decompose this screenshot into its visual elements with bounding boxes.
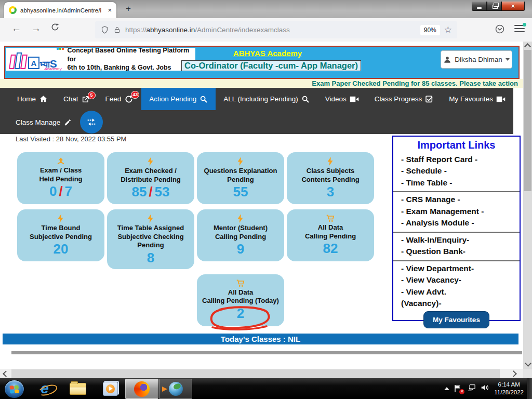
back-button[interactable]: ← [11,23,21,34]
alert-banner: Exam Paper Checked Pending for 85 classe… [0,79,523,88]
url-text[interactable]: https://abhyasonline.in/AdminCentre/inde… [125,26,290,34]
minimize-button[interactable] [472,2,487,11]
file-explorer-icon[interactable] [68,380,88,397]
tray-expand-icon[interactable] [444,387,449,390]
scroll-up-arrow[interactable] [524,43,531,50]
reload-button[interactable] [50,22,60,34]
firefox-taskbar-button[interactable] [125,379,158,399]
nav-item-videos[interactable]: Videos [317,88,367,110]
nav-item-action-pending[interactable]: Action Pending [141,88,216,110]
shield-icon[interactable] [100,25,109,34]
nav-label: Class Manage [16,118,60,126]
link-view-vacancy[interactable]: - View Vacancy- [401,274,514,286]
logo-academy-text: Academy [44,66,61,71]
card-exam-checked-distribute-pending[interactable]: Exam Checked /Distribute Pending 85/53 [107,152,194,204]
card-value: 9 [201,242,280,257]
link-staff-report-card[interactable]: - Staff Report Card - [401,154,514,165]
scroll-right-arrow[interactable] [510,370,517,377]
nav-item-feed[interactable]: Feed 43 [98,88,142,110]
card-time-table-assigned-subjective-checking-pending[interactable]: Time Table AssignedSubjective CheckingPe… [107,209,194,269]
horizontal-scrollbar[interactable] [0,369,523,378]
card-all-data-calling-pending[interactable]: All DataCalling Pending 82 [287,209,374,261]
video-icon [350,96,359,103]
link-analysis-module[interactable]: - Analysis Module - [401,217,514,229]
action-center-flag-icon[interactable]: ✕ [454,384,462,393]
academy-name-link[interactable]: ABHYAS Academy [233,49,302,58]
link-crs-manage[interactable]: - CRS Manage - [401,194,514,205]
hamburger-menu-icon[interactable] [514,25,525,33]
nav-item-my-favourites[interactable]: My Favourites [441,88,513,110]
show-desktop-button[interactable] [527,378,532,399]
url-host: abhyasonline.in [147,26,195,34]
card-title-line: Calling Pending [305,232,356,240]
nav-item-class-progress[interactable]: Class Progress [367,88,442,110]
vertical-scrollbar-thumb[interactable] [524,50,531,191]
card-time-bound-subjective-pending[interactable]: Time BoundSubjective Pending 20 [17,209,104,261]
card-title-line: Exam / Class [40,166,82,174]
nav-item-all-including-pending[interactable]: ALL (Including Pending) [216,88,317,110]
link-view-advt-vacancy[interactable]: - View Advt. [401,286,514,298]
volume-icon[interactable] [481,383,489,394]
logo-letter-a: A [28,57,39,69]
link-question-bank[interactable]: - Question Bank- [401,246,514,257]
link-view-department[interactable]: - View Department- [401,263,514,274]
internet-explorer-icon[interactable]: e [34,380,55,397]
lock-icon[interactable] [113,26,121,34]
link-walk-in-enquiry[interactable]: - Walk-In/Enquiry- [401,234,514,246]
card-mentor-student-calling-pending[interactable]: Mentor (Student)Calling Pending 9 [197,209,284,261]
scroll-down-arrow[interactable] [525,360,531,367]
forward-button[interactable]: → [31,23,41,34]
link-group: - View Department- - View Vacancy- - Vie… [393,261,520,310]
swap-view-button[interactable] [80,111,103,134]
bookmark-star-icon[interactable]: ☆ [444,24,452,35]
vertical-scrollbar[interactable] [523,42,532,369]
globe-arrow [162,387,167,392]
user-menu-button[interactable]: Diksha Dhiman [441,50,512,69]
screen: abhyasonline.in/AdminCentre/i × + × ← → … [0,0,532,399]
nav-item-class-manage[interactable]: Class Manage [16,118,72,126]
my-favourites-button[interactable]: My Favourites [423,311,489,328]
nav-item-chat[interactable]: Chat 5 [56,88,98,110]
new-tab-button[interactable]: + [126,4,131,14]
site-logo-box[interactable]: A भ्या S Academy TM Concept Based Online… [6,48,195,71]
close-button[interactable]: × [501,2,525,11]
card-title-line: Exam Checked / [125,167,177,175]
card-title-line: Subjective Pending [30,233,92,241]
nav-label: Videos [325,95,347,103]
link-schedule[interactable]: - Schedule - [401,165,514,177]
link-time-table[interactable]: - Time Table - [401,177,514,189]
pencil-icon [64,118,72,126]
ie-ring [37,383,59,398]
card-value: 55 [201,184,280,200]
scrollbar-corner [523,369,532,378]
network-icon[interactable] [467,384,476,394]
flag-error-badge: ✕ [459,389,464,394]
card-class-subjects-contents-pending[interactable]: Class SubjectsContents Pending 3 [287,152,374,204]
card-exam-class-held-pending[interactable]: Exam / ClassHeld Pending 0/7 [17,152,104,204]
zoom-level-indicator[interactable]: 90% [420,25,440,35]
globe-arrow-icon [169,382,183,396]
tab-title: abhyasonline.in/AdminCentre/i [20,7,104,14]
browser-tab[interactable]: abhyasonline.in/AdminCentre/i × [4,2,116,18]
url-bar[interactable]: https://abhyasonline.in/AdminCentre/inde… [95,21,457,38]
card-all-data-calling-pending-today[interactable]: All DataCalling Pending (Today) 2 [197,274,284,326]
start-button[interactable] [4,380,24,398]
media-player-icon[interactable] [100,380,121,397]
scroll-left-arrow[interactable] [3,370,9,377]
last-visited-text: Last Visited : 28 Nov, 2022 03:55 PM [16,135,126,143]
horizontal-scrollbar-thumb[interactable] [11,369,500,378]
taskbar-clock[interactable]: 6:14 AM 11/28/2022 [494,381,524,396]
card-questions-explanation-pending[interactable]: Questions ExplanationPending 55 [197,152,284,204]
nav-item-home[interactable]: Home [9,88,56,110]
maximize-button[interactable] [487,2,501,11]
tab-close-icon[interactable]: × [108,7,112,14]
link-exam-management[interactable]: - Exam Management - [401,206,514,217]
main-navbar: Home Chat 5 Feed 43 Action Pending ALL (… [0,88,513,134]
nav-row-2: Class Manage [0,110,513,134]
card-title-line: Contents Pending [301,176,359,183]
site-tagline: Concept Based Online Testing Platform fo… [68,46,192,73]
pocket-icon[interactable] [495,24,505,36]
user-icon [443,56,451,64]
network-app-taskbar-button[interactable] [159,379,192,399]
link-view-advt-vacancy-line2[interactable]: (Vacancy)- [401,298,514,309]
